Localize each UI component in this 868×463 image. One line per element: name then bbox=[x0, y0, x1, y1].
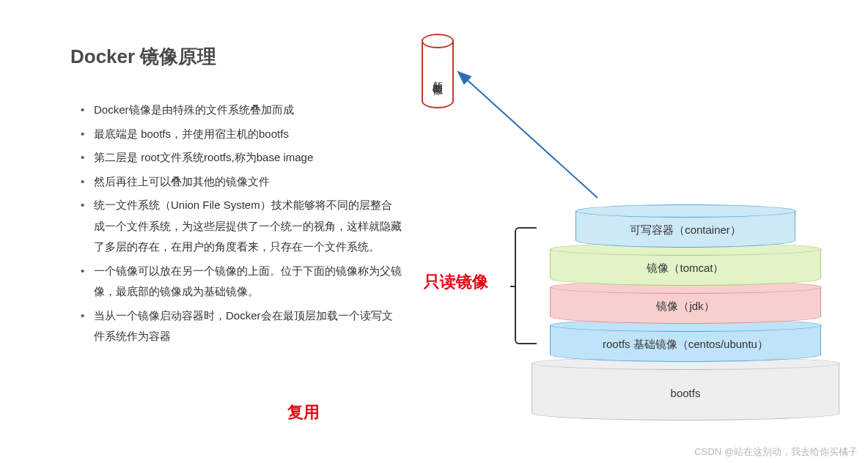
bullet-item: 统一文件系统（Union File System）技术能够将不同的层整合成一个文… bbox=[79, 195, 402, 258]
watermark: CSDN @站在这别动，我去给你买橘子 bbox=[694, 445, 858, 459]
bullet-item: 当从一个镜像启动容器时，Docker会在最顶层加载一个读写文件系统作为容器 bbox=[79, 305, 402, 347]
new-image-label: 新的镜像 bbox=[431, 73, 444, 78]
bullet-list: Docker镜像是由特殊的文件系统叠加而成 最底端是 bootfs，并使用宿主机… bbox=[79, 100, 402, 350]
bullet-item: 一个镜像可以放在另一个镜像的上面。位于下面的镜像称为父镜像，最底部的镜像成为基础… bbox=[79, 261, 402, 303]
layer-rootfs: rootfs 基础镜像（centos/ubuntu） bbox=[550, 325, 821, 362]
page-title: Docker 镜像原理 bbox=[70, 44, 216, 70]
layer-jdk-label: 镜像（jdk） bbox=[656, 300, 714, 314]
label-readonly: 只读镜像 bbox=[424, 271, 488, 293]
bullet-item: Docker镜像是由特殊的文件系统叠加而成 bbox=[79, 100, 402, 121]
layer-container: 可写容器（container） bbox=[575, 211, 795, 248]
layer-rootfs-label: rootfs 基础镜像（centos/ubuntu） bbox=[603, 338, 768, 352]
layer-tomcat: 镜像（tomcat） bbox=[550, 249, 821, 286]
bullet-item: 然后再往上可以叠加其他的镜像文件 bbox=[79, 171, 402, 193]
bullet-item: 第二层是 root文件系统rootfs,称为base image bbox=[79, 147, 402, 168]
bullet-item: 最底端是 bootfs，并使用宿主机的bootfs bbox=[79, 124, 402, 145]
new-image-cylinder: 新的镜像 bbox=[422, 40, 454, 108]
layer-bootfs: bootfs bbox=[532, 363, 839, 421]
layer-jdk: 镜像（jdk） bbox=[550, 287, 821, 324]
layer-stack: bootfs rootfs 基础镜像（centos/ubuntu） 镜像（jdk… bbox=[528, 179, 843, 428]
layer-tomcat-label: 镜像（tomcat） bbox=[647, 262, 724, 275]
layer-bootfs-label: bootfs bbox=[671, 387, 701, 399]
label-reuse: 复用 bbox=[287, 401, 320, 423]
layer-container-label: 可写容器（container） bbox=[630, 223, 741, 237]
